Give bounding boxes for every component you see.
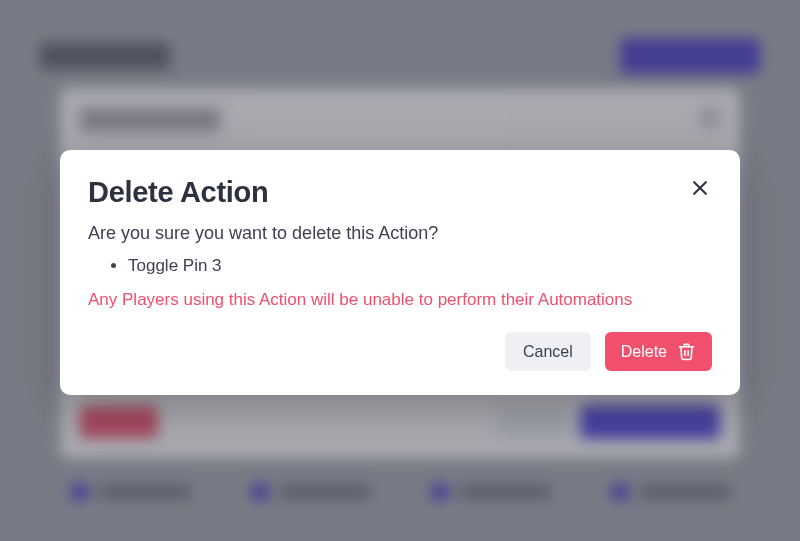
trash-icon bbox=[677, 342, 696, 361]
modal-actions: Cancel Delete bbox=[88, 332, 712, 371]
page-backdrop: Delete Action Are you sure you want to d… bbox=[0, 0, 800, 541]
delete-button-label: Delete bbox=[621, 343, 667, 361]
close-icon bbox=[690, 178, 710, 198]
modal-warning: Any Players using this Action will be un… bbox=[88, 290, 712, 310]
list-item: Toggle Pin 3 bbox=[128, 256, 712, 276]
delete-button[interactable]: Delete bbox=[605, 332, 712, 371]
modal-header: Delete Action bbox=[88, 176, 712, 209]
delete-action-modal: Delete Action Are you sure you want to d… bbox=[60, 150, 740, 395]
cancel-button[interactable]: Cancel bbox=[505, 332, 591, 371]
action-list: Toggle Pin 3 bbox=[88, 256, 712, 276]
modal-title: Delete Action bbox=[88, 176, 268, 209]
modal-question: Are you sure you want to delete this Act… bbox=[88, 223, 712, 244]
close-button[interactable] bbox=[688, 176, 712, 200]
